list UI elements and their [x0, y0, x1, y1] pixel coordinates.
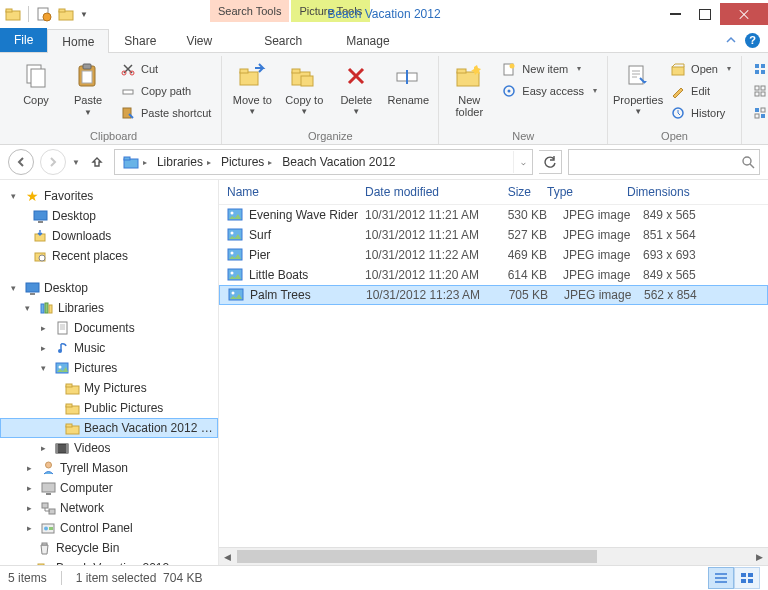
- pictures-icon: [54, 360, 70, 376]
- scroll-left-button[interactable]: ◀: [219, 548, 236, 565]
- tree-computer[interactable]: ▸Computer: [0, 478, 218, 498]
- maximize-button[interactable]: [690, 3, 720, 25]
- tree-fav-recent[interactable]: Recent places: [0, 246, 218, 266]
- tree-control-panel[interactable]: ▸Control Panel: [0, 518, 218, 538]
- col-date[interactable]: Date modified: [365, 185, 487, 199]
- close-button[interactable]: [720, 3, 768, 25]
- tree-music[interactable]: ▸Music: [0, 338, 218, 358]
- refresh-button[interactable]: [539, 150, 562, 174]
- nav-history-dropdown[interactable]: ▼: [72, 158, 80, 167]
- nav-up-button[interactable]: [86, 151, 108, 173]
- cut-button[interactable]: Cut: [116, 58, 215, 79]
- file-row[interactable]: Palm Trees10/31/2012 11:23 AM705 KBJPEG …: [219, 285, 768, 305]
- expand-icon[interactable]: ▸: [22, 503, 36, 513]
- file-row[interactable]: Surf10/31/2012 11:21 AM527 KBJPEG image8…: [219, 225, 768, 245]
- tree-user[interactable]: ▸Tyrell Mason: [0, 458, 218, 478]
- minimize-button[interactable]: [660, 3, 690, 25]
- paste-shortcut-button[interactable]: Paste shortcut: [116, 102, 215, 123]
- expand-icon[interactable]: ▾: [6, 283, 20, 293]
- tab-manage[interactable]: Manage: [331, 28, 404, 52]
- tab-share[interactable]: Share: [109, 28, 171, 52]
- expand-icon[interactable]: ▸: [36, 343, 50, 353]
- qa-new-folder-icon[interactable]: [57, 5, 75, 23]
- expand-icon[interactable]: ▸: [22, 483, 36, 493]
- horizontal-scrollbar[interactable]: ◀ ▶: [219, 547, 768, 565]
- expand-icon[interactable]: ▸: [22, 463, 36, 473]
- tree-beach-vacation-2[interactable]: Beach Vacation 2012: [0, 558, 218, 565]
- tree-network[interactable]: ▸Network: [0, 498, 218, 518]
- expand-icon[interactable]: ▾: [36, 363, 50, 373]
- invert-selection-button[interactable]: Invert selection: [748, 102, 768, 123]
- scroll-right-button[interactable]: ▶: [751, 548, 768, 565]
- breadcrumb-root[interactable]: ▸: [119, 151, 151, 173]
- copy-path-button[interactable]: Copy path: [116, 80, 215, 101]
- tree-desktop[interactable]: ▾Desktop: [0, 278, 218, 298]
- col-type[interactable]: Type: [547, 185, 627, 199]
- tree-videos[interactable]: ▸Videos: [0, 438, 218, 458]
- nav-back-button[interactable]: [8, 149, 34, 175]
- qa-folder-icon[interactable]: [4, 5, 22, 23]
- breadcrumb-current[interactable]: Beach Vacation 2012: [278, 151, 399, 173]
- view-thumbnails-button[interactable]: [734, 567, 760, 589]
- collapse-ribbon-button[interactable]: [725, 34, 737, 46]
- help-button[interactable]: ?: [745, 33, 760, 48]
- tree-fav-downloads[interactable]: Downloads: [0, 226, 218, 246]
- ribbon-group-open: Properties▼ Open▾ Edit History Open: [607, 56, 741, 144]
- svg-point-27: [508, 89, 511, 92]
- open-button[interactable]: Open▾: [666, 58, 735, 79]
- file-dimensions: 693 x 693: [643, 248, 733, 262]
- tree-documents[interactable]: ▸Documents: [0, 318, 218, 338]
- breadcrumb-pictures[interactable]: Pictures▸: [217, 151, 276, 173]
- history-button[interactable]: History: [666, 102, 735, 123]
- view-details-button[interactable]: [708, 567, 734, 589]
- tree-fav-desktop[interactable]: Desktop: [0, 206, 218, 226]
- col-name[interactable]: Name: [227, 185, 365, 199]
- svg-rect-35: [755, 86, 759, 90]
- tree-beach-vacation[interactable]: Beach Vacation 2012 (C:): [0, 418, 218, 438]
- copy-button[interactable]: Copy: [12, 58, 60, 108]
- tree-recycle-bin[interactable]: Recycle Bin: [0, 538, 218, 558]
- move-to-button[interactable]: Move to▼: [228, 58, 276, 120]
- file-row[interactable]: Evening Wave Rider10/31/2012 11:21 AM530…: [219, 205, 768, 225]
- qa-properties-icon[interactable]: [35, 5, 53, 23]
- col-dimensions[interactable]: Dimensions: [627, 185, 717, 199]
- expand-icon[interactable]: ▾: [6, 191, 20, 201]
- rename-button[interactable]: Rename: [384, 58, 432, 108]
- address-dropdown[interactable]: ⌵: [513, 151, 532, 173]
- expand-icon[interactable]: ▸: [22, 523, 36, 533]
- nav-forward-button[interactable]: [40, 149, 66, 175]
- navigation-pane[interactable]: ▾★Favorites Desktop Downloads Recent pla…: [0, 180, 219, 565]
- paste-button[interactable]: Paste ▼: [64, 58, 112, 119]
- tab-search[interactable]: Search: [249, 28, 317, 52]
- file-row[interactable]: Little Boats10/31/2012 11:20 AM614 KBJPE…: [219, 265, 768, 285]
- tree-pictures[interactable]: ▾Pictures: [0, 358, 218, 378]
- expand-icon[interactable]: ▸: [36, 323, 50, 333]
- tree-public-pictures[interactable]: Public Pictures: [0, 398, 218, 418]
- file-date: 10/31/2012 11:21 AM: [365, 208, 487, 222]
- scroll-thumb[interactable]: [237, 550, 597, 563]
- file-row[interactable]: Pier10/31/2012 11:22 AM469 KBJPEG image6…: [219, 245, 768, 265]
- edit-button[interactable]: Edit: [666, 80, 735, 101]
- expand-icon[interactable]: ▸: [36, 443, 50, 453]
- breadcrumb-libraries[interactable]: Libraries▸: [153, 151, 215, 173]
- new-item-button[interactable]: New item▾: [497, 58, 601, 79]
- tab-view[interactable]: View: [171, 28, 227, 52]
- qa-customize-dropdown[interactable]: ▼: [80, 10, 88, 19]
- copy-to-button[interactable]: Copy to▼: [280, 58, 328, 120]
- easy-access-button[interactable]: Easy access▾: [497, 80, 601, 101]
- delete-button[interactable]: Delete▼: [332, 58, 380, 120]
- select-all-button[interactable]: Select all: [748, 58, 768, 79]
- address-bar[interactable]: ▸ Libraries▸ Pictures▸ Beach Vacation 20…: [114, 149, 533, 175]
- tab-file[interactable]: File: [0, 28, 47, 52]
- file-list[interactable]: Evening Wave Rider10/31/2012 11:21 AM530…: [219, 205, 768, 547]
- new-folder-button[interactable]: New folder: [445, 58, 493, 120]
- tree-favorites[interactable]: ▾★Favorites: [0, 186, 218, 206]
- tree-my-pictures[interactable]: My Pictures: [0, 378, 218, 398]
- tab-home[interactable]: Home: [47, 29, 109, 53]
- properties-button[interactable]: Properties▼: [614, 58, 662, 120]
- col-size[interactable]: Size: [487, 185, 547, 199]
- expand-icon[interactable]: ▾: [20, 303, 34, 313]
- tree-libraries[interactable]: ▾Libraries: [0, 298, 218, 318]
- search-input[interactable]: [568, 149, 760, 175]
- select-none-button[interactable]: Select none: [748, 80, 768, 101]
